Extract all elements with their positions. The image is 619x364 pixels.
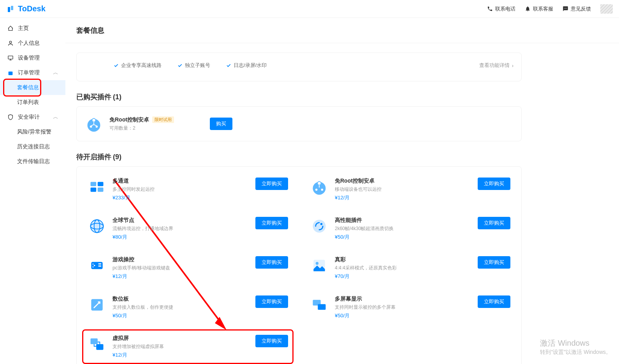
buy-now-button[interactable]: 立即购买 (255, 295, 288, 308)
chevron-right-icon: › (512, 63, 513, 69)
plugin-item: 多屏幕显示 支持同时显示被控的多个屏幕 ¥50/月 立即购买 (307, 292, 513, 322)
plugin-item: 全球节点 流畅跨境远控，打通地域边界 ¥80/月 立即购买 (84, 214, 291, 244)
buy-button[interactable]: 购买 (210, 118, 232, 130)
plugin-name: 多通道 (113, 178, 249, 185)
feature-item: 企业专享高速线路 (113, 62, 162, 69)
plugin-name: 游戏操控 (113, 256, 249, 263)
chat-icon (563, 6, 568, 12)
plugin-icon (88, 295, 106, 314)
buy-now-button[interactable]: 立即购买 (255, 217, 288, 229)
main-content: 套餐信息 企业专享高速线路 独立子账号 日志/录屏/水印 查看功能详情 › 已购… (65, 18, 619, 364)
buy-now-button[interactable]: 立即购买 (255, 178, 288, 190)
enterprise-features: 企业专享高速线路 独立子账号 日志/录屏/水印 (113, 62, 479, 69)
plugin-name: 多屏幕显示 (335, 295, 471, 302)
svg-point-27 (313, 220, 326, 233)
sidebar: 主页 个人信息 设备管理 订单管理 ︿ 套餐信息 订单列表 安全审计 ︿ (0, 18, 65, 364)
svg-point-28 (320, 223, 323, 225)
page-title: 套餐信息 (65, 18, 619, 43)
feature-item: 日志/录屏/水印 (226, 62, 267, 69)
logo-text: ToDesk (18, 4, 46, 13)
nav-security[interactable]: 安全审计 ︿ (0, 110, 65, 125)
svg-rect-34 (98, 266, 101, 267)
bag-icon (7, 69, 14, 76)
plugin-item: 虚拟屏 支持增加被控端虚拟屏幕 ¥12/月 立即购买 (84, 332, 291, 362)
plugin-icon (310, 295, 329, 314)
plugin-icon (88, 217, 106, 236)
header-right: 联系电话 联系客服 意见反馈 (487, 4, 613, 14)
svg-point-8 (92, 118, 95, 122)
svg-rect-14 (91, 182, 97, 186)
enterprise-detail-link[interactable]: 查看功能详情 › (479, 62, 513, 69)
feedback-link[interactable]: 意见反馈 (563, 5, 591, 12)
plugin-price: ¥50/月 (335, 312, 471, 319)
nav-order-list[interactable]: 订单列表 (0, 95, 65, 110)
plugin-icon (310, 178, 329, 196)
plugin-icon (88, 256, 106, 275)
nav-devices[interactable]: 设备管理 (0, 51, 65, 65)
buy-now-button[interactable]: 立即购买 (478, 256, 510, 269)
buy-now-button[interactable]: 立即购买 (478, 178, 510, 190)
shield-icon (7, 114, 14, 121)
plugin-icon (310, 217, 329, 236)
svg-rect-16 (91, 188, 97, 192)
nav-transfer-log[interactable]: 文件传输日志 (0, 154, 65, 169)
nav-orders[interactable]: 订单管理 ︿ (0, 65, 65, 80)
plugin-name: 全球节点 (113, 217, 249, 224)
plugin-desc: pc游戏手柄/移动端游戏键盘 (113, 265, 249, 271)
logo[interactable]: ToDesk (6, 4, 46, 14)
avatar[interactable] (600, 4, 613, 14)
annotation-box (82, 329, 294, 364)
plugin-item: 高性能插件 2k60帧/4k30帧超清画质切换 ¥50/月 立即购买 (307, 214, 513, 244)
plugin-desc: 移动端设备也可以远控 (335, 186, 471, 193)
nav-connect-log[interactable]: 历史连接日志 (0, 139, 65, 154)
svg-rect-39 (318, 304, 325, 310)
svg-point-31 (93, 264, 94, 265)
phone-icon (487, 6, 493, 12)
nav-profile[interactable]: 个人信息 (0, 36, 65, 51)
svg-point-30 (94, 265, 95, 266)
buy-now-button[interactable]: 立即购买 (478, 295, 510, 308)
pending-title: 待开启插件(9) (76, 152, 522, 162)
plugin-desc: 支持接入数位板，创作更便捷 (113, 304, 249, 311)
plugin-item: 数位板 支持接入数位板，创作更便捷 ¥50/月 立即购买 (84, 292, 291, 322)
plugin-price: ¥233/月 (113, 194, 249, 201)
phone-link[interactable]: 联系电话 (487, 5, 515, 12)
home-icon (7, 25, 14, 32)
pending-card: 多通道 多主控同时发起远控 ¥233/月 立即购买 免Root控制安卓 移动端设… (76, 166, 522, 364)
annotation-box (3, 79, 41, 97)
svg-rect-15 (98, 182, 104, 186)
buy-now-button[interactable]: 立即购买 (478, 217, 510, 229)
plugin-price: ¥50/月 (113, 312, 249, 319)
plugin-icon (88, 178, 106, 196)
plugin-item: 免Root控制安卓 移动端设备也可以远控 ¥12/月 立即购买 (307, 174, 513, 204)
plugin-desc: 多主控同时发起远控 (113, 186, 249, 193)
plugin-name: 数位板 (113, 295, 249, 302)
plugin-item: 多通道 多主控同时发起远控 ¥233/月 立即购买 (84, 174, 291, 204)
svg-point-21 (315, 189, 318, 191)
buy-now-button[interactable]: 立即购买 (255, 256, 288, 269)
plugin-desc: 支持同时显示被控的多个屏幕 (335, 304, 471, 311)
svg-point-32 (93, 266, 94, 267)
header: ToDesk 联系电话 联系客服 意见反馈 (0, 0, 619, 18)
logo-icon (6, 4, 16, 14)
plugin-name: 免Root控制安卓 (335, 178, 471, 185)
nav-home[interactable]: 主页 (0, 21, 65, 36)
plugin-price: ¥80/月 (113, 234, 249, 241)
plugin-name: 免Root控制安卓 限时试用 (109, 116, 204, 123)
nav-risk[interactable]: 风险/异常报警 (0, 125, 65, 139)
plugin-desc: 流畅跨境远控，打通地域边界 (113, 225, 249, 232)
plugin-price: ¥50/月 (335, 234, 471, 241)
svg-rect-4 (9, 72, 13, 75)
svg-rect-1 (11, 6, 13, 10)
trial-badge: 限时试用 (152, 116, 174, 123)
service-link[interactable]: 联系客服 (525, 5, 553, 12)
plugin-price: ¥12/月 (113, 273, 249, 280)
svg-point-19 (317, 181, 321, 185)
chevron-up-icon: ︿ (53, 69, 58, 76)
svg-rect-0 (8, 7, 10, 12)
plugin-desc: 可用数量：2 (109, 125, 204, 132)
svg-point-2 (9, 41, 11, 43)
plugin-desc: 4:4:4采样模式，还原真实色彩 (335, 265, 471, 271)
enterprise-card: 企业专享高速线路 独立子账号 日志/录屏/水印 查看功能详情 › (76, 53, 522, 81)
plugin-name: 真彩 (335, 256, 471, 263)
